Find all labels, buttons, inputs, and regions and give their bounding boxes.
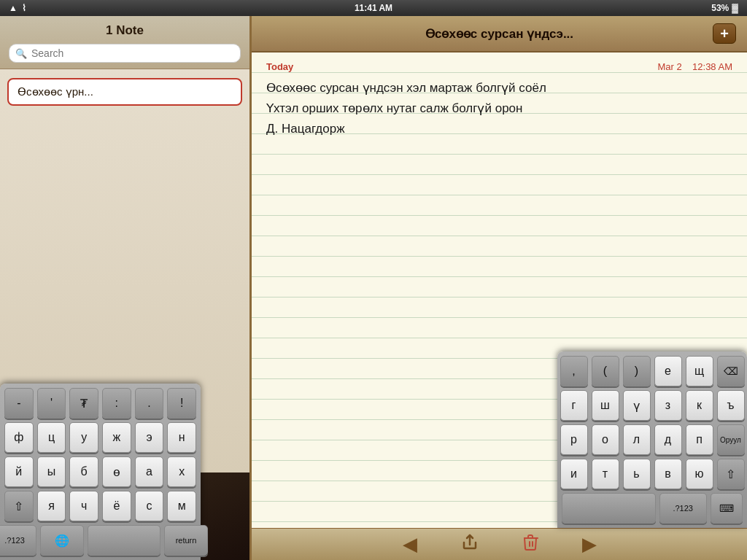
rkey-shift[interactable]: ⇧ (717, 459, 745, 489)
key-a[interactable]: а (135, 456, 164, 487)
search-bar[interactable]: 🔍 (9, 44, 241, 63)
rkey-r[interactable]: р (560, 424, 588, 455)
note-datetime: Mar 2 12:38 AM (657, 61, 732, 72)
note-date-row: Today Mar 2 12:38 AM (266, 61, 732, 72)
rkey-d[interactable]: д (654, 424, 682, 455)
app-wrapper: ▲ ⌇ 11:41 AM 53% ▓ 1 Note 🔍 Өсөхөөс үрн.… (0, 0, 747, 560)
rkey-yu[interactable]: ю (686, 459, 713, 489)
delete-button[interactable] (522, 534, 538, 556)
rkey-backspace[interactable]: ⌫ (717, 356, 745, 386)
note-header: Өсөхөөс сурсан үндсэ... + (252, 16, 747, 52)
key-globe[interactable]: 🌐 (40, 525, 84, 556)
rkey-hard[interactable]: ъ (717, 390, 745, 421)
key-s[interactable]: с (135, 491, 164, 521)
key-ya[interactable]: я (37, 491, 66, 521)
key-ch[interactable]: ч (69, 491, 98, 521)
rkey-v[interactable]: в (654, 459, 682, 489)
key-dot[interactable]: . (135, 388, 164, 419)
rkey-t[interactable]: т (592, 459, 619, 489)
note-list-item[interactable]: Өсөхөөс үрн... (7, 78, 242, 106)
rkey-p[interactable]: п (686, 424, 713, 455)
key-m[interactable]: м (167, 491, 196, 521)
keyboard-right: , ( ) е щ ⌫ г ш ү з к ъ (557, 351, 747, 528)
kb-right-row-1: г ш ү з к ъ (562, 390, 743, 421)
key-shift-left[interactable]: ⇧ (4, 491, 34, 521)
key-return-left[interactable]: return (164, 525, 208, 556)
key-yi[interactable]: ы (37, 456, 66, 487)
status-time: 11:41 AM (355, 3, 392, 13)
status-bar: ▲ ⌇ 11:41 AM 53% ▓ (0, 0, 747, 16)
key-oe[interactable]: ө (102, 456, 131, 487)
key-zh[interactable]: ж (102, 422, 131, 453)
note-toolbar: ◀ ▶ (252, 528, 747, 560)
note-date: Mar 2 (657, 61, 681, 72)
rkey-lparen[interactable]: ( (592, 356, 619, 386)
note-title: Өсөхөөс сурсан үндсэ... (286, 26, 713, 42)
rkey-i[interactable]: и (560, 459, 588, 489)
rkey-rparen[interactable]: ) (623, 356, 651, 386)
rkey-comma[interactable]: , (560, 356, 588, 386)
sidebar-header: 1 Note 🔍 (0, 16, 249, 69)
key-space-left[interactable] (88, 525, 160, 556)
forward-button[interactable]: ▶ (582, 533, 597, 556)
rkey-l[interactable]: л (623, 424, 651, 455)
note-detail: Өсөхөөс сурсан үндсэ... + Today Mar 2 12… (252, 16, 747, 560)
key-apostrophe[interactable]: ' (37, 388, 66, 419)
search-input[interactable] (31, 47, 234, 59)
sidebar: 1 Note 🔍 Өсөхөөс үрн... - ' (0, 16, 252, 560)
key-e[interactable]: э (135, 422, 164, 453)
key-exclaim[interactable]: ! (167, 388, 196, 419)
kb-row-0: - ' ₮ : . ! (4, 388, 196, 419)
note-body[interactable]: Өсөхөөс сурсан үндсэн хэл мартаж болгүй … (266, 78, 732, 139)
key-u[interactable]: у (69, 422, 98, 453)
rkey-shch[interactable]: щ (686, 356, 713, 386)
share-button[interactable] (461, 534, 479, 556)
rkey-soft[interactable]: ь (623, 459, 651, 489)
sidebar-title: 1 Note (9, 23, 241, 38)
key-dash[interactable]: - (4, 388, 34, 419)
rkey-o[interactable]: о (592, 424, 619, 455)
key-colon[interactable]: : (102, 388, 131, 419)
rkey-g[interactable]: г (560, 390, 588, 421)
battery-label: 53% (711, 3, 729, 13)
key-num-left[interactable]: .?123 (0, 525, 36, 556)
note-time: 12:38 AM (692, 61, 732, 72)
rkey-sh[interactable]: ш (592, 390, 619, 421)
rkey-keyboard[interactable]: ⌨ (711, 493, 743, 524)
key-yo[interactable]: ё (102, 491, 131, 521)
kb-row-4: .?123 🌐 return (4, 525, 196, 556)
note-today-label: Today (266, 61, 293, 72)
keyboard-left: - ' ₮ : . ! ф ц у ж э н (0, 384, 201, 560)
search-icon: 🔍 (15, 48, 27, 59)
status-left: ▲ ⌇ (9, 3, 26, 13)
rkey-enter[interactable]: Оруул (717, 424, 745, 455)
note-item-text: Өсөхөөс үрн... (18, 85, 93, 98)
rkey-space[interactable] (562, 493, 656, 524)
wifi-icon: ⌇ (22, 3, 26, 13)
kb-row-2: й ы б ө а х (4, 456, 196, 487)
kb-right-row-3: и т ь в ю ⇧ (562, 459, 743, 489)
rkey-k[interactable]: к (686, 390, 713, 421)
back-button[interactable]: ◀ (403, 533, 417, 556)
kb-right-row-4: .?123 ⌨ (562, 493, 743, 524)
status-right: 53% ▓ (711, 3, 738, 13)
key-tugrik[interactable]: ₮ (69, 388, 98, 419)
rkey-z[interactable]: з (654, 390, 682, 421)
battery-icon: ▓ (732, 3, 738, 13)
key-b[interactable]: б (69, 456, 98, 487)
add-note-button[interactable]: + (713, 23, 736, 44)
key-y[interactable]: й (4, 456, 34, 487)
key-f[interactable]: ф (4, 422, 34, 453)
signal-icon: ▲ (9, 3, 18, 13)
kb-right-row-0: , ( ) е щ ⌫ (562, 356, 743, 386)
main-container: 1 Note 🔍 Өсөхөөс үрн... - ' (0, 16, 747, 560)
kb-row-3: ⇧ я ч ё с м (4, 491, 196, 521)
kb-right-row-2: р о л д п Оруул (562, 424, 743, 455)
rkey-ye[interactable]: е (654, 356, 682, 386)
key-n[interactable]: н (167, 422, 196, 453)
key-ts[interactable]: ц (37, 422, 66, 453)
rkey-ue[interactable]: ү (623, 390, 651, 421)
rkey-num[interactable]: .?123 (659, 493, 707, 524)
kb-row-1: ф ц у ж э н (4, 422, 196, 453)
key-h[interactable]: х (167, 456, 196, 487)
